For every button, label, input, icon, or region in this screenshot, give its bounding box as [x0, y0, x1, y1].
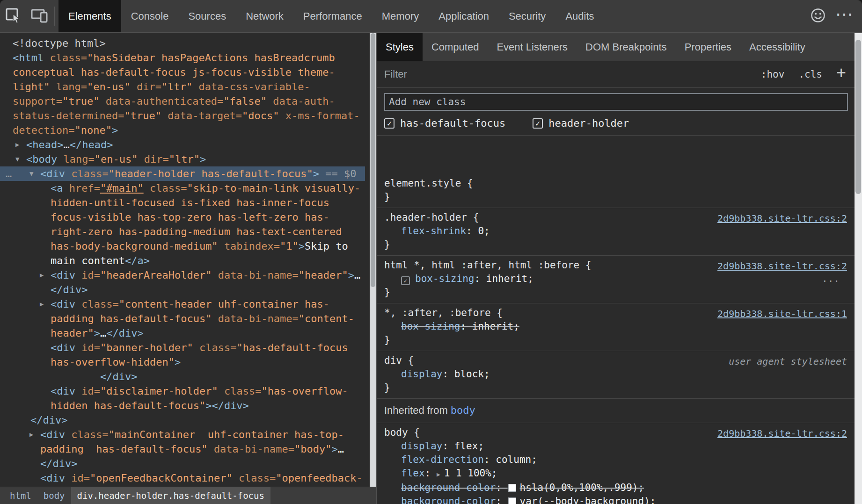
dom-node[interactable]: <div id="banner-holder" class="has-defau… [0, 340, 365, 384]
dom-node[interactable]: <a href="#main" class="skip-to-main-link… [0, 181, 365, 268]
class-toggle[interactable]: ✓has-default-focus [384, 117, 505, 129]
breadcrumb-item[interactable]: html [4, 487, 37, 504]
expand-arrow-icon[interactable]: ▶ [40, 268, 44, 282]
tab-console[interactable]: Console [121, 0, 179, 32]
tab-styles[interactable]: Styles [377, 33, 423, 61]
dom-node[interactable]: ▶<div class="mainContainer uhf-container… [0, 427, 365, 471]
elements-panel: <!doctype html><html class="hasSidebar h… [0, 33, 377, 504]
tab-security[interactable]: Security [499, 0, 555, 32]
collapse-arrow-icon[interactable]: ▼ [15, 152, 19, 166]
tab-computed[interactable]: Computed [423, 33, 488, 61]
css-property-name: display [401, 368, 443, 380]
css-property-name: flex-shrink [401, 225, 466, 237]
css-property-name: display [401, 440, 443, 452]
css-declaration[interactable]: background-color: var(--body-background)… [384, 495, 847, 504]
dom-node[interactable]: <!doctype html> [0, 36, 365, 50]
color-swatch[interactable] [508, 497, 516, 504]
stylesheet-link[interactable]: 2d9bb338.site-ltr.css:2 [717, 259, 847, 273]
css-declaration[interactable]: ✓box-sizing: inherit;... [384, 272, 847, 286]
css-declaration[interactable]: box-sizing: inherit; [384, 320, 847, 333]
style-rule: body {2d9bb338.site-ltr.css:2display: fl… [377, 423, 855, 504]
device-toolbar-button[interactable] [26, 0, 52, 32]
tab-performance[interactable]: Performance [293, 0, 372, 32]
dom-node[interactable]: <html class="hasSidebar hasPageActions h… [0, 50, 365, 137]
elements-scrollbar[interactable] [370, 33, 376, 487]
tab-application[interactable]: Application [429, 0, 499, 32]
breadcrumb-bar: htmlbodydiv.header-holder.has-default-fo… [0, 487, 376, 504]
feedback-button[interactable] [805, 7, 831, 26]
css-declaration[interactable]: flex-shrink: 0; [384, 224, 847, 238]
devtools-panes: <!doctype html><html class="hasSidebar h… [0, 33, 862, 504]
css-declaration[interactable]: display: flex; [384, 439, 847, 453]
styles-scrollbar[interactable] [855, 33, 862, 504]
dom-node[interactable]: <div id="openFeedbackContainer" class="o… [0, 471, 365, 487]
new-style-rule-button[interactable]: + [836, 68, 846, 78]
rule-selector[interactable]: div [384, 355, 402, 366]
tab-network[interactable]: Network [236, 0, 293, 32]
scrollbar-thumb[interactable] [371, 33, 375, 287]
dom-node[interactable]: ▶<div id="headerAreaHolder" data-bi-name… [0, 268, 365, 297]
rule-selector[interactable]: html *, html :after, html :before [384, 259, 579, 271]
add-class-input[interactable] [384, 93, 848, 111]
css-property-name: background-color [401, 482, 496, 493]
inspect-element-button[interactable] [0, 0, 26, 32]
inherited-label: Inherited from [384, 404, 451, 416]
expand-arrow-icon[interactable]: ▶ [40, 297, 44, 311]
stylesheet-link[interactable]: 2d9bb338.site-ltr.css:2 [717, 212, 847, 225]
stylesheet-link[interactable]: 2d9bb338.site-ltr.css:1 [717, 307, 847, 321]
declaration-checkbox[interactable]: ✓ [401, 276, 410, 285]
css-property-value: 1 1 100% [444, 468, 491, 479]
class-toggle-label: header-holder [548, 117, 629, 129]
scrollbar-thumb[interactable] [855, 40, 861, 194]
tab-event-listeners[interactable]: Event Listeners [488, 33, 577, 61]
css-property-value: flex [454, 440, 478, 452]
more-options-button[interactable]: ⋯ [831, 14, 857, 19]
checkbox-icon[interactable]: ✓ [533, 118, 543, 129]
rule-selector[interactable]: *, :after, :before [384, 307, 491, 318]
css-property-value: hsla(0,0%,100%,.999) [520, 482, 638, 493]
tab-audits[interactable]: Audits [555, 0, 604, 32]
class-toggle[interactable]: ✓header-holder [533, 117, 629, 129]
inherited-from-header: Inherited from body [377, 399, 855, 423]
css-property-value: 0 [478, 225, 484, 237]
styles-filter-input[interactable] [384, 68, 747, 80]
tab-dom-breakpoints[interactable]: DOM Breakpoints [577, 33, 676, 61]
toggle-element-state-button[interactable]: :hov [761, 69, 785, 80]
css-property-value: column [496, 454, 531, 465]
rule-selector[interactable]: body [384, 427, 408, 438]
inherited-element-link[interactable]: body [451, 404, 475, 416]
checkbox-icon[interactable]: ✓ [384, 118, 394, 129]
rule-selector[interactable]: element.style [384, 178, 461, 189]
class-toggle-label: has-default-focus [400, 117, 505, 129]
dom-node[interactable]: ▶<div class="content-header uhf-containe… [0, 297, 365, 340]
style-rule: *, :after, :before {2d9bb338.site-ltr.cs… [377, 303, 855, 351]
expand-value-icon[interactable]: ▶ [437, 471, 440, 478]
dom-node[interactable]: ▶<head>…</head> [0, 137, 365, 152]
tab-properties[interactable]: Properties [676, 33, 740, 61]
expand-arrow-icon[interactable]: ▶ [15, 137, 19, 152]
dom-node[interactable]: </div> [0, 413, 365, 427]
css-declaration[interactable]: flex-direction: column; [384, 453, 847, 467]
breadcrumb-item[interactable]: div.header-holder.has-default-focus [71, 487, 270, 504]
rule-selector[interactable]: .header-holder [384, 212, 467, 223]
main-toolbar: ElementsConsoleSourcesNetworkPerformance… [0, 0, 862, 33]
tab-accessibility[interactable]: Accessibility [740, 33, 814, 61]
collapse-arrow-icon[interactable]: ▼ [29, 166, 33, 181]
css-declaration[interactable]: background-color: hsla(0,0%,100%,.999); [384, 481, 847, 495]
breadcrumb-item[interactable]: body [37, 487, 71, 504]
dom-node[interactable]: <div id="disclaimer-holder" class="has-o… [0, 384, 365, 413]
dom-node[interactable]: …▼<div class="header-holder has-default-… [0, 166, 365, 181]
css-declaration[interactable]: display: block; [384, 367, 847, 381]
stylesheet-origin: user agent stylesheet [729, 355, 847, 368]
toggle-class-editor-button[interactable]: .cls [798, 69, 822, 80]
stylesheet-link[interactable]: 2d9bb338.site-ltr.css:2 [717, 427, 847, 440]
css-declaration[interactable]: flex: ▶1 1 100%; [384, 467, 847, 481]
tab-memory[interactable]: Memory [372, 0, 429, 32]
css-property-name: flex [401, 468, 425, 479]
dom-node[interactable]: ▼<body lang="en-us" dir="ltr"> [0, 152, 365, 166]
color-swatch[interactable] [508, 484, 516, 492]
tab-elements[interactable]: Elements [58, 0, 121, 32]
style-rule: .header-holder {2d9bb338.site-ltr.css:2f… [377, 208, 855, 256]
tab-sources[interactable]: Sources [178, 0, 236, 32]
expand-arrow-icon[interactable]: ▶ [29, 427, 33, 442]
